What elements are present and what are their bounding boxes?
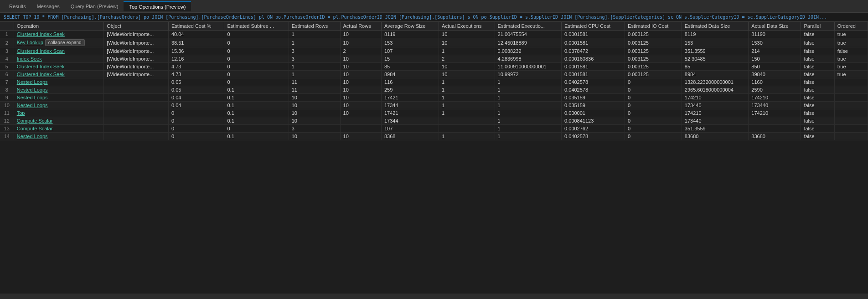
est-io-cell: 0.003125 [625, 71, 682, 78]
row-num: 4 [0, 55, 14, 63]
est-rows-cell: 11 [289, 86, 340, 94]
operation-cell[interactable]: Index Seek [14, 55, 104, 63]
col-parallel: Parallel [801, 22, 834, 31]
est-io-cell: 0 [625, 125, 682, 133]
actual-exec-cell: 1 [439, 109, 495, 117]
ordered-cell: true [834, 31, 868, 38]
est-subtree-cell: 0 [224, 71, 289, 78]
operation-link[interactable]: Nested Loops [17, 103, 48, 108]
collapse-button[interactable]: collapse-expand [45, 39, 85, 46]
actual-data-cell: 214 [749, 47, 801, 55]
est-subtree-cell: 0 [224, 47, 289, 55]
actual-data-cell: 174210 [749, 109, 801, 117]
est-data-cell: 8119 [682, 31, 749, 38]
actual-exec-cell: 1 [439, 94, 495, 102]
actual-data-cell: 173440 [749, 102, 801, 109]
operation-link[interactable]: Clustered Index Seek [17, 64, 65, 69]
est-cost-cell: 15.36 [168, 47, 224, 55]
operation-cell[interactable]: Top [14, 109, 104, 117]
object-cell: [WideWorldImporte... [104, 47, 169, 55]
operation-cell[interactable]: Key Lookupcollapse-expand [14, 38, 104, 47]
ordered-cell: true [834, 38, 868, 47]
operation-link[interactable]: Top [17, 110, 25, 116]
operation-cell[interactable]: Compute Scalar [14, 117, 104, 125]
tab-messages[interactable]: Messages [31, 2, 65, 11]
row-num: 1 [0, 31, 14, 38]
est-subtree-cell: 0.1 [224, 94, 289, 102]
ordered-cell [834, 94, 868, 102]
est-exec-cell: 11.000910000000001 [495, 63, 562, 71]
col-actual-data: Actual Data Size [749, 22, 801, 31]
parallel-cell: false [801, 125, 834, 133]
operation-link[interactable]: Nested Loops [17, 87, 48, 93]
est-cost-cell: 38.51 [168, 38, 224, 47]
actual-data-cell: 83680 [749, 133, 801, 140]
est-data-cell: 52.30485 [682, 55, 749, 63]
actual-data-cell: 2590 [749, 86, 801, 94]
est-io-cell: 0 [625, 133, 682, 140]
operation-link[interactable]: Compute Scalar [17, 126, 53, 131]
operation-cell[interactable]: Clustered Index Seek [14, 31, 104, 38]
est-rows-cell: 3 [289, 55, 340, 63]
operation-cell[interactable]: Nested Loops [14, 102, 104, 109]
operation-cell[interactable]: Clustered Index Seek [14, 71, 104, 78]
object-cell [104, 109, 169, 117]
actual-exec-cell: 10 [439, 63, 495, 71]
actual-exec-cell: 10 [439, 31, 495, 38]
row-num: 6 [0, 71, 14, 78]
avg-row-size-cell: 116 [382, 78, 439, 86]
est-exec-cell: 4.2836998 [495, 55, 562, 63]
est-rows-cell: 10 [289, 102, 340, 109]
est-rows-cell: 1 [289, 38, 340, 47]
row-num: 7 [0, 78, 14, 86]
est-cpu-cell: 0.0378472 [562, 47, 625, 55]
actual-rows-cell: 10 [340, 133, 381, 140]
table-container[interactable]: Operation Object Estimated Cost % Estima… [0, 22, 868, 294]
row-num: 11 [0, 109, 14, 117]
operation-link[interactable]: Nested Loops [17, 134, 48, 139]
operation-link[interactable]: Nested Loops [17, 95, 48, 100]
operation-link[interactable]: Index Seek [17, 56, 42, 62]
tab-results[interactable]: Results [4, 2, 31, 11]
est-cost-cell: 0 [168, 109, 224, 117]
operation-cell[interactable]: Nested Loops [14, 78, 104, 86]
col-actual-rows: Actual Rows [340, 22, 381, 31]
est-data-cell: 83680 [682, 133, 749, 140]
operation-cell[interactable]: Clustered Index Seek [14, 63, 104, 71]
est-cost-cell: 4.73 [168, 63, 224, 71]
operation-link[interactable]: Clustered Index Scan [17, 48, 65, 54]
operation-cell[interactable]: Nested Loops [14, 86, 104, 94]
sql-text: SELECT TOP 10 * FROM [Purchasing].[Purch… [0, 13, 868, 22]
actual-exec-cell: 1 [439, 102, 495, 109]
operation-cell[interactable]: Nested Loops [14, 94, 104, 102]
actual-rows-cell: 10 [340, 94, 381, 102]
table-header-row: Operation Object Estimated Cost % Estima… [0, 22, 868, 31]
est-io-cell: 0.003125 [625, 38, 682, 47]
operation-link[interactable]: Clustered Index Seek [17, 72, 65, 77]
operation-link[interactable]: Nested Loops [17, 79, 48, 85]
operation-link[interactable]: Compute Scalar [17, 118, 53, 124]
col-est-data: Estimated Data Size [682, 22, 749, 31]
avg-row-size-cell: 17421 [382, 94, 439, 102]
col-operation: Operation [14, 22, 104, 31]
est-io-cell: 0 [625, 102, 682, 109]
operation-cell[interactable]: Nested Loops [14, 133, 104, 140]
operation-cell[interactable]: Compute Scalar [14, 125, 104, 133]
object-cell [104, 125, 169, 133]
table-row: 7Nested Loops0.0501110116110.04025780132… [0, 78, 868, 86]
object-cell [104, 102, 169, 109]
operation-link[interactable]: Clustered Index Seek [17, 31, 65, 37]
est-cpu-cell: 0.035159 [562, 94, 625, 102]
est-exec-cell: 0.0038232 [495, 47, 562, 55]
operation-link[interactable]: Key Lookup [17, 40, 43, 45]
est-cpu-cell: 0.000160836 [562, 55, 625, 63]
tab-query-plan[interactable]: Query Plan (Preview) [65, 2, 124, 11]
est-cost-cell: 0 [168, 117, 224, 125]
est-cpu-cell: 0.000001 [562, 109, 625, 117]
operation-cell[interactable]: Clustered Index Scan [14, 47, 104, 55]
est-subtree-cell: 0.1 [224, 109, 289, 117]
ordered-cell: true [834, 63, 868, 71]
actual-rows-cell: 10 [340, 71, 381, 78]
est-exec-cell: 12.45018889 [495, 38, 562, 47]
tab-top-operations[interactable]: Top Operations (Preview) [124, 1, 191, 11]
